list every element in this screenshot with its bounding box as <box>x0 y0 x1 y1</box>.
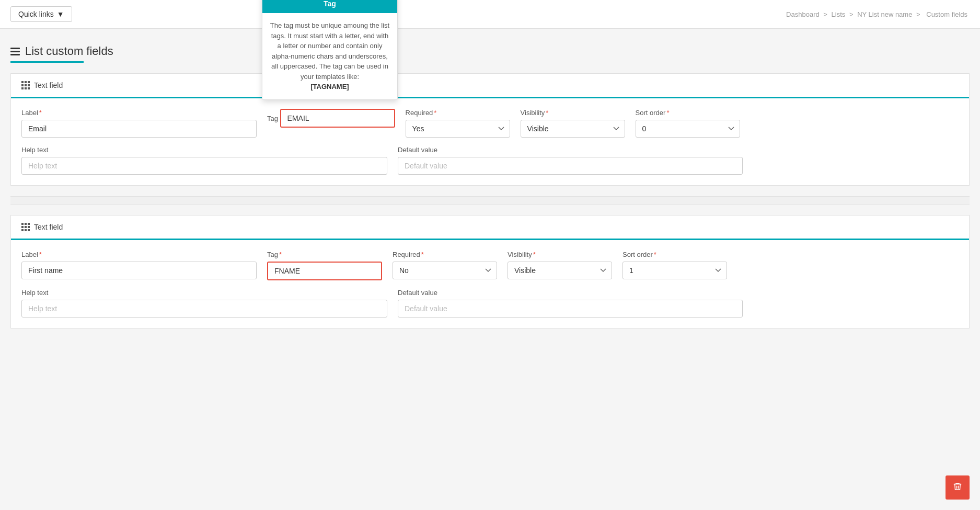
field-2-default-input[interactable] <box>398 300 743 318</box>
breadcrumb: Dashboard > Lists > NY List new name > C… <box>786 10 970 18</box>
field-2-sortorder-group: Sort order* 0 1 2 <box>622 251 727 279</box>
field-1-visibility-select[interactable]: Visible Hidden <box>521 120 625 138</box>
quick-links-chevron-icon: ▼ <box>57 10 64 18</box>
field-2-tag-label: Tag* <box>267 251 382 258</box>
field-1-label-label: Label* <box>21 109 257 117</box>
field-2-tag-input[interactable] <box>267 262 382 280</box>
list-icon <box>10 48 20 55</box>
quick-links-button[interactable]: Quick links ▼ <box>10 6 72 22</box>
field-1-required-group: Required* Yes No <box>406 109 510 138</box>
breadcrumb-lists[interactable]: Lists <box>832 10 846 18</box>
field-type-label-2: Text field <box>34 223 63 231</box>
field-1-helptext-input[interactable] <box>21 157 387 175</box>
field-1-tag-input[interactable] <box>280 109 395 128</box>
quick-links-label: Quick links <box>18 10 54 18</box>
field-1-helptext-group: Help text <box>21 146 387 175</box>
field-1-default-input[interactable] <box>398 157 743 175</box>
field-2-visibility-group: Visibility* Visible Hidden <box>508 251 612 279</box>
field-card-1-header: Text field <box>11 74 969 98</box>
field-type-label-1: Text field <box>34 81 63 89</box>
field-2-sortorder-select[interactable]: 0 1 2 <box>622 262 727 279</box>
field-2-label-label: Label* <box>21 251 257 258</box>
field-2-helptext-input[interactable] <box>21 300 387 318</box>
breadcrumb-current: Custom fields <box>926 10 967 18</box>
field-2-required-group: Required* Yes No <box>393 251 497 279</box>
field-2-visibility-select[interactable]: Visible Hidden <box>508 262 612 279</box>
page-title: List custom fields <box>25 44 113 58</box>
field-body-1: Label* Tag The tag must be unique amoung… <box>11 98 969 185</box>
field-2-visibility-label: Visibility* <box>508 251 612 258</box>
field-1-visibility-label: Visibility* <box>521 109 625 117</box>
page-title-container: List custom fields <box>10 44 970 58</box>
field-2-sortorder-label: Sort order* <box>622 251 727 258</box>
field-1-required-label: Required* <box>406 109 510 117</box>
section-divider <box>10 196 970 205</box>
field-1-required-select[interactable]: Yes No <box>406 120 510 138</box>
field-1-tag-label: Tag <box>267 115 280 122</box>
field-1-default-label: Default value <box>398 146 743 154</box>
field-1-sortorder-group: Sort order* 0 1 2 <box>636 109 740 138</box>
field-2-helptext-group: Help text <box>21 289 387 318</box>
field-1-row2: Help text Default value <box>21 146 959 175</box>
required-star: * <box>39 109 42 117</box>
field-1-default-group: Default value <box>398 146 743 175</box>
field-1-row1: Label* Tag The tag must be unique amoung… <box>21 109 959 138</box>
tooltip-body: The tag must be unique amoung the list t… <box>262 13 397 99</box>
tag-tooltip-popover: Tag The tag must be unique amoung the li… <box>262 0 398 100</box>
field-card-2-header: Text field <box>11 216 969 240</box>
field-card-2: Text field Label* Tag* <box>10 215 970 328</box>
field-type-icon-2 <box>21 223 30 231</box>
tooltip-header: Tag <box>262 0 397 13</box>
field-1-visibility-group: Visibility* Visible Hidden <box>521 109 625 138</box>
field-2-required-select[interactable]: Yes No <box>393 262 497 279</box>
main-content: List custom fields Text field Label* <box>0 29 980 355</box>
field-2-default-label: Default value <box>398 289 743 297</box>
field-body-2: Label* Tag* Required* Yes <box>11 240 969 328</box>
field-2-tag-group: Tag* <box>267 251 382 280</box>
field-2-helptext-label: Help text <box>21 289 387 297</box>
title-underline <box>10 61 84 63</box>
field-type-icon-1 <box>21 81 30 89</box>
top-bar: Quick links ▼ Dashboard > Lists > NY Lis… <box>0 0 980 29</box>
field-2-default-group: Default value <box>398 289 743 318</box>
breadcrumb-list-name[interactable]: NY List new name <box>857 10 912 18</box>
field-card-1: Text field Label* Tag The tag mu <box>10 73 970 186</box>
field-1-label-group: Label* <box>21 109 257 138</box>
field-2-required-label: Required* <box>393 251 497 258</box>
field-1-tag-group: Tag The tag must be unique amoung the li… <box>267 109 395 128</box>
field-1-label-input[interactable] <box>21 120 257 138</box>
field-1-helptext-label: Help text <box>21 146 387 154</box>
field-2-row2: Help text Default value <box>21 289 959 318</box>
field-2-label-group: Label* <box>21 251 257 279</box>
field-2-row1: Label* Tag* Required* Yes <box>21 251 959 280</box>
field-2-label-input[interactable] <box>21 262 257 279</box>
breadcrumb-dashboard[interactable]: Dashboard <box>786 10 820 18</box>
field-1-sortorder-select[interactable]: 0 1 2 <box>636 120 740 138</box>
field-1-sortorder-label: Sort order* <box>636 109 740 117</box>
